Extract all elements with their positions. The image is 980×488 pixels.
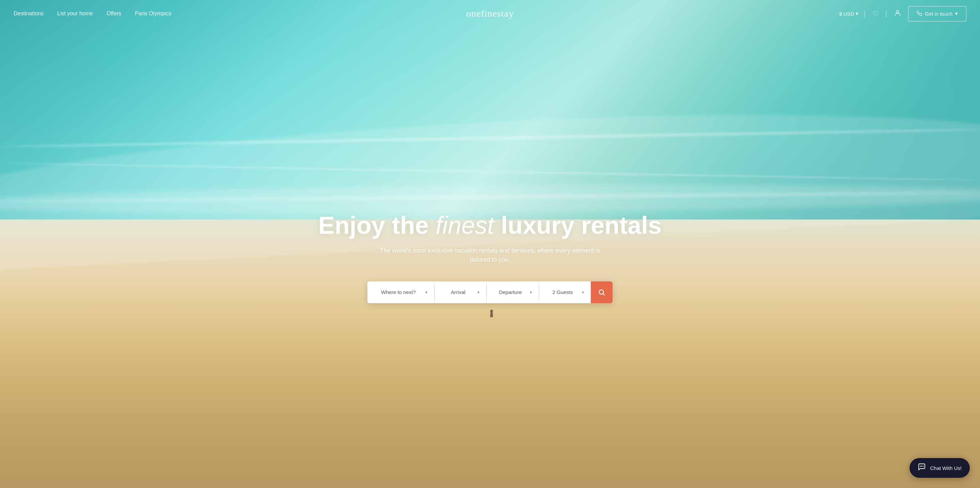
get-in-touch-button[interactable]: Get in touch ▾ [908, 6, 966, 21]
departure-field[interactable]: Departure ▾ [487, 281, 539, 303]
nav-right: $ USD ▾ | ♡ | [839, 6, 966, 21]
search-bar: Where to next? ▾ Arrival ▾ Departure ▾ 2… [368, 281, 612, 303]
hero-title-end: luxury rentals [494, 212, 662, 239]
nav-divider-2: | [885, 10, 887, 18]
nav-divider-1: | [864, 10, 865, 18]
favorites-button[interactable]: ♡ [871, 8, 880, 19]
hero-title-italic: finest [436, 212, 494, 239]
svg-point-0 [896, 10, 899, 13]
hero-title: Enjoy the finest luxury rentals [318, 212, 662, 239]
chat-label: Chat With Us! [930, 465, 962, 471]
departure-chevron-icon: ▾ [530, 290, 532, 295]
get-in-touch-chevron-icon: ▾ [955, 11, 958, 17]
departure-label: Departure [494, 289, 527, 295]
nav-destinations[interactable]: Destinations [14, 11, 44, 17]
get-in-touch-label: Get in touch [925, 11, 952, 17]
destination-placeholder: Where to next? [374, 289, 423, 295]
hero-section: Destinations List your home Offers Paris… [0, 0, 980, 488]
guests-label: 2 Guests [546, 289, 579, 295]
currency-selector[interactable]: $ USD ▾ [839, 11, 858, 17]
guests-chevron-icon: ▾ [582, 290, 584, 295]
site-logo[interactable]: onefinestay [466, 8, 514, 19]
chat-widget[interactable]: Chat With Us! [910, 458, 970, 478]
hero-title-start: Enjoy the [318, 212, 436, 239]
svg-line-2 [603, 294, 605, 295]
hero-content: Enjoy the finest luxury rentals The worl… [0, 0, 980, 488]
search-icon [598, 288, 605, 296]
user-icon [894, 9, 901, 18]
nav-list-your-home[interactable]: List your home [57, 11, 93, 17]
account-button[interactable] [892, 8, 903, 20]
search-button[interactable] [591, 281, 612, 303]
arrival-chevron-icon: ▾ [477, 290, 479, 295]
navbar: Destinations List your home Offers Paris… [0, 0, 980, 27]
nav-offers[interactable]: Offers [107, 11, 121, 17]
destination-chevron-icon: ▾ [425, 290, 427, 295]
currency-label: $ USD [839, 11, 854, 17]
guests-field[interactable]: 2 Guests ▾ [539, 281, 591, 303]
currency-chevron-icon: ▾ [856, 11, 858, 17]
phone-icon [917, 11, 922, 17]
arrival-field[interactable]: Arrival ▾ [435, 281, 487, 303]
hero-subtitle: The world's most exclusive vacation rent… [371, 246, 609, 265]
nav-paris-olympics[interactable]: Paris Olympics [135, 11, 171, 17]
destination-field[interactable]: Where to next? ▾ [368, 281, 434, 303]
arrival-label: Arrival [442, 289, 475, 295]
nav-left: Destinations List your home Offers Paris… [14, 11, 171, 17]
heart-icon: ♡ [872, 10, 878, 18]
chat-icon [918, 463, 926, 473]
